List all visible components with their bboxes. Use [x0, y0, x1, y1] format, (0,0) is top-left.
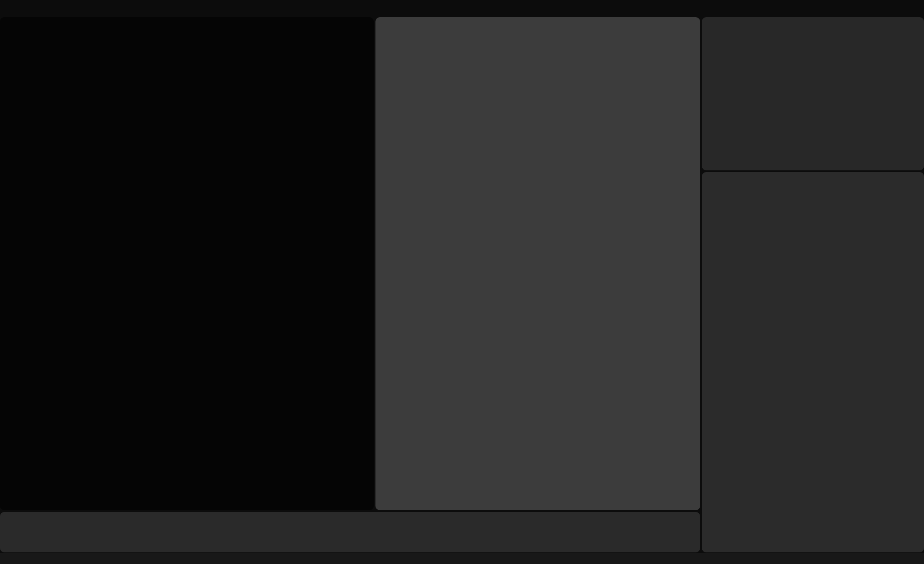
blender-window: [0, 0, 924, 564]
timeline: [0, 512, 700, 552]
properties-editor: [702, 172, 924, 552]
viewport-left[interactable]: [0, 17, 374, 510]
topbar: [0, 0, 924, 16]
status-bar: [0, 553, 924, 564]
outliner: [702, 17, 924, 170]
viewport-right[interactable]: [375, 17, 700, 510]
